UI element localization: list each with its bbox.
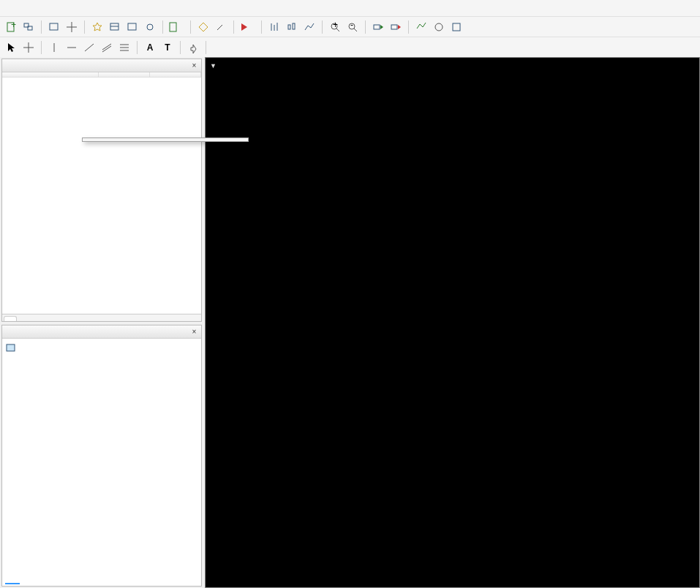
- line-chart-button[interactable]: [301, 19, 317, 34]
- market-watch-context-menu: [82, 137, 249, 142]
- separator: [41, 20, 42, 34]
- svg-rect-4: [50, 23, 58, 30]
- menu-window[interactable]: [61, 7, 73, 10]
- svg-line-37: [85, 44, 94, 51]
- svg-rect-18: [288, 25, 290, 29]
- cursor-button[interactable]: [3, 39, 19, 55]
- menu-insert[interactable]: [26, 7, 38, 10]
- separator: [365, 20, 366, 34]
- horizontal-line-icon: [66, 42, 78, 53]
- hline-button[interactable]: [64, 39, 80, 55]
- menu-file[interactable]: [3, 7, 15, 10]
- diamond-icon: [197, 21, 209, 33]
- arrows-button[interactable]: [185, 39, 201, 55]
- market-watch-button[interactable]: [46, 19, 62, 34]
- auto-scroll-button[interactable]: [370, 19, 386, 34]
- tab-general[interactable]: [5, 578, 20, 584]
- zoom-in-button[interactable]: +: [327, 19, 343, 34]
- indicator-icon: [415, 21, 427, 33]
- indicators-button[interactable]: [413, 19, 429, 34]
- panel-close-button[interactable]: ×: [189, 61, 199, 70]
- svg-rect-12: [170, 23, 176, 31]
- candle-chart-button[interactable]: [284, 19, 300, 34]
- svg-rect-26: [374, 25, 380, 29]
- market-watch-title: ×: [2, 59, 201, 72]
- zoom-in-icon: +: [329, 21, 341, 33]
- play-icon: [238, 21, 250, 33]
- bar-chart-button[interactable]: [266, 19, 282, 34]
- svg-rect-28: [391, 25, 397, 29]
- crosshair-icon: [23, 42, 34, 53]
- vline-button[interactable]: [46, 39, 62, 55]
- svg-point-11: [147, 24, 153, 30]
- navigator-tabs: [2, 577, 201, 586]
- candle-icon: [286, 21, 298, 33]
- zoom-out-button[interactable]: -: [345, 19, 361, 34]
- navigator-title: ×: [2, 325, 201, 339]
- separator: [408, 20, 409, 34]
- new-order-button[interactable]: [168, 21, 186, 33]
- templates-button[interactable]: [448, 19, 464, 34]
- chart-area[interactable]: ▼: [205, 57, 700, 588]
- folder-star-icon: [91, 21, 103, 33]
- trendline-button[interactable]: [81, 39, 97, 55]
- candlestick-chart[interactable]: [206, 58, 700, 588]
- tree-root[interactable]: [5, 342, 198, 353]
- svg-rect-19: [293, 23, 295, 29]
- fibo-button[interactable]: [116, 39, 132, 55]
- navigator-panel: ×: [1, 325, 202, 587]
- text-a-icon: A: [147, 42, 154, 53]
- template-icon: [451, 21, 462, 33]
- chart-shift-button[interactable]: [388, 19, 404, 34]
- crosshair-icon: [66, 21, 78, 33]
- svg-rect-10: [128, 23, 136, 30]
- menu-chart[interactable]: [38, 7, 50, 10]
- svg-marker-14: [241, 23, 247, 31]
- wrench-icon: [215, 21, 227, 33]
- menu-tool[interactable]: [50, 7, 61, 10]
- terminal-button[interactable]: [124, 19, 140, 34]
- text-button[interactable]: A: [142, 39, 158, 55]
- channel-icon: [101, 42, 113, 53]
- options-button[interactable]: [213, 19, 229, 34]
- fibo-icon: [118, 42, 130, 53]
- market-watch-panel: ×: [1, 59, 202, 322]
- market-watch-tabs: [2, 314, 201, 321]
- svg-marker-7: [93, 23, 102, 31]
- meta-editor-button[interactable]: [195, 19, 211, 34]
- menu-help[interactable]: [73, 7, 85, 10]
- separator: [206, 41, 206, 54]
- text-label-button[interactable]: T: [159, 39, 176, 55]
- col-bid[interactable]: [99, 72, 150, 77]
- nav-button[interactable]: [89, 19, 105, 34]
- svg-text:+: +: [11, 21, 16, 30]
- svg-text:+: +: [333, 21, 338, 30]
- svg-rect-43: [7, 344, 15, 351]
- svg-marker-13: [199, 23, 208, 31]
- table-icon: [109, 21, 121, 33]
- panel-close-button[interactable]: ×: [189, 327, 199, 336]
- separator: [180, 41, 181, 54]
- data-window-button[interactable]: [107, 19, 123, 34]
- periods-button[interactable]: [431, 19, 447, 34]
- svg-rect-31: [453, 23, 460, 31]
- crosshair2-button[interactable]: [20, 39, 37, 55]
- auto-trading-button[interactable]: [238, 21, 257, 33]
- col-symbol[interactable]: [2, 72, 99, 77]
- shift-icon: [390, 21, 402, 33]
- tester-button[interactable]: [142, 19, 158, 34]
- svg-marker-29: [398, 25, 401, 29]
- tab-favorites[interactable]: [20, 578, 34, 584]
- quotes-icon: [48, 21, 60, 33]
- menu-view[interactable]: [15, 7, 26, 10]
- tab-symbol-list[interactable]: [4, 316, 17, 321]
- crosshair-button[interactable]: [64, 19, 80, 34]
- svg-marker-32: [8, 43, 15, 52]
- vertical-line-icon: [48, 42, 60, 53]
- svg-text:-: -: [350, 21, 353, 30]
- chevron-down-icon: ▼: [210, 62, 217, 69]
- profiles-button[interactable]: [20, 19, 37, 34]
- col-ask[interactable]: [150, 72, 201, 77]
- channel-button[interactable]: [99, 39, 115, 55]
- new-chart-button[interactable]: +: [3, 19, 19, 34]
